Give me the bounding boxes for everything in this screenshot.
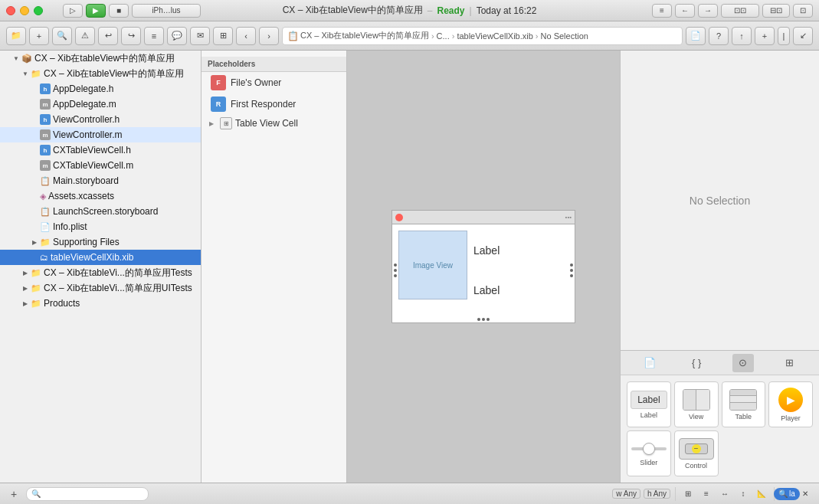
tree-item-table-cell[interactable]: ⊞ Table View Cell [201,115,346,132]
obj-media-player[interactable]: ▶ Player [768,381,813,427]
xcassets-icon: ◈ [40,191,46,201]
ruler-btn[interactable]: 📐 [754,487,769,501]
panel-toggle[interactable]: ⊡ [793,4,813,18]
sidebar-item-info-plist[interactable]: 📄 Info.plist [0,219,201,234]
split-view-toggle[interactable]: ⊟⊡ [762,4,790,18]
inspector-tab-grid[interactable]: ⊞ [779,354,801,372]
supporting-folder-icon: 📁 [40,237,51,247]
breadcrumb-icon: 📋 [287,31,299,41]
status-text: Ready [437,5,464,16]
simulator-selector[interactable]: iPh…lus [132,4,201,18]
height-any-tag: h Any [644,489,670,499]
sidebar-item-assets[interactable]: ◈ Assets.xcassets [0,188,201,204]
inspector-tab-doc[interactable]: 📄 [639,354,660,372]
scale-btn-1[interactable]: ↔ [717,487,732,501]
sidebar-item-main-folder[interactable]: 📁 CX – Xib在tableView中的简单应用 [0,66,201,81]
obj-stepper[interactable]: − Control [674,430,719,476]
inspector-btn-3[interactable]: ↑ [732,27,752,45]
sidebar-item-appdelegate-m[interactable]: m AppDelegate.m [0,97,201,112]
stop-button[interactable]: ■ [109,4,129,18]
inspector-tab-code[interactable]: { } [686,354,707,372]
list-btn[interactable]: ≡ [699,487,714,501]
resize-dot-b3 [486,318,490,321]
forward-button[interactable]: → [698,4,718,18]
status-bar-right: w Any h Any ⊞ ≡ ↔ ↕ 📐 🔍 la ✕ [612,487,813,501]
disclosure-root [12,54,20,62]
obj-label[interactable]: Label Label [627,381,671,427]
root-label: CX – Xib在tableView中的简单应用 [34,52,175,65]
view-toggle[interactable]: ⊡⊡ [721,4,759,18]
search-button[interactable]: 🔍 [52,27,72,45]
search-icon-badge: 🔍 [778,489,788,498]
sidebar-item-appdelegate-h[interactable]: h AppDelegate.h [0,81,201,97]
activity-button[interactable]: ≡ [652,4,672,18]
titlebar-center: CX – Xib在tableView中的简单应用 – Ready | Today… [283,4,537,17]
inspector-tab-circle[interactable]: ⊙ [732,354,754,372]
stepper-preview: − [679,438,714,460]
sidebar-item-cxtablecell-h[interactable]: h CXTableViewCell.h [0,142,201,158]
first-responder-label: First Responder [231,99,296,110]
inspector-btn-4[interactable]: + [755,27,775,45]
sidebar-item-main-storyboard[interactable]: 📋 Main.storyboard [0,173,201,188]
file-label-viewcontroller-m: ViewController.m [53,129,122,140]
sidebar-item-uitests[interactable]: 📁 CX – Xib在tableVi...简单应用UITests [0,280,201,296]
grid-btn[interactable]: ⊞ [680,487,696,501]
obj-split-h[interactable]: View [674,381,719,427]
dp4 [31,131,38,139]
sidebar-item-supporting-files[interactable]: 📁 Supporting Files [0,234,201,250]
resize-handle-left [392,261,398,280]
resize-handle-bottom [392,316,575,322]
separator: | [470,5,472,16]
obj-table[interactable]: Table [722,381,766,427]
sidebar-item-root[interactable]: 📦 CX – Xib在tableView中的简单应用 [0,51,201,66]
back-nav[interactable]: ‹ [236,27,256,45]
add-button[interactable]: + [6,487,21,501]
placeholder-first-responder[interactable]: R First Responder [201,93,346,115]
file-label-info-plist: Info.plist [53,221,87,232]
add-file-button[interactable]: + [29,27,49,45]
back-button[interactable]: ← [675,4,695,18]
comment-button[interactable]: ✉ [190,27,210,45]
sidebar-item-tests[interactable]: 📁 CX – Xib在tableVi...的简单应用Tests [0,265,201,280]
redo-button[interactable]: ↪ [121,27,141,45]
minimize-button[interactable] [20,6,29,15]
file-label-cxtablecell-m: CXTableViewCell.m [53,160,133,171]
file-label-main-storyboard: Main.storyboard [53,175,119,186]
xib-close-dot [395,214,403,221]
search-badge-btn[interactable]: 🔍 la [779,487,794,501]
forward-nav[interactable]: › [259,27,279,45]
sidebar-item-launchscreen[interactable]: 📋 LaunchScreen.storyboard [0,204,201,219]
undo-button[interactable]: ↩ [98,27,118,45]
close-search-btn[interactable]: ✕ [798,487,813,501]
inspector-btn-1[interactable]: 📄 [686,27,706,45]
sidebar-item-products[interactable]: 📁 Products [0,296,201,311]
table-view-cell-label: Table View Cell [235,118,298,129]
scheme-button[interactable]: ▷ [63,4,83,18]
scale-btn-2[interactable]: ↕ [735,487,751,501]
maximize-button[interactable] [34,6,43,15]
inspector-toggle-1[interactable]: | [778,27,790,45]
placeholder-files-owner[interactable]: F File's Owner [201,72,346,93]
warning-button[interactable]: ⚠ [75,27,95,45]
run-button[interactable]: ▶ [86,4,106,18]
filter-input[interactable]: 🔍 [26,487,149,501]
file-label-appdelegate-h: AppDelegate.h [53,83,113,94]
dp9 [31,208,38,215]
h-file-icon-2: h [40,114,51,125]
close-button[interactable] [6,6,15,15]
breakpoints-button[interactable]: ≡ [144,27,164,45]
folder-button[interactable]: 📁 [6,27,26,45]
dp5 [31,146,38,154]
sidebar-item-viewcontroller-m[interactable]: m ViewController.m [0,127,201,142]
inspector-toggle-2[interactable]: ↙ [793,27,813,45]
media-player-name: Player [781,414,801,422]
sidebar-item-xib-selected[interactable]: 🗂 tableViewCellXib.xib [0,250,201,265]
inspector-btn-2[interactable]: ? [709,27,729,45]
layout-toggle[interactable]: ⊞ [213,27,233,45]
snippet-button[interactable]: 💬 [167,27,187,45]
placeholders-header: Placeholders [208,60,255,68]
sidebar-item-cxtablecell-m[interactable]: m CXTableViewCell.m [0,158,201,173]
obj-slider[interactable]: Slider [627,430,671,476]
sidebar-item-viewcontroller-h[interactable]: h ViewController.h [0,112,201,127]
cell-preview-window: ••• Image View [391,210,575,323]
